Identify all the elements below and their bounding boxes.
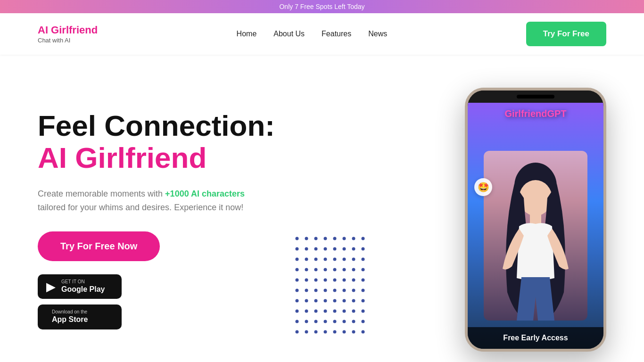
svg-point-38 (352, 279, 355, 282)
svg-point-39 (362, 279, 365, 282)
svg-point-31 (362, 268, 365, 272)
svg-point-74 (314, 330, 318, 334)
phone-bottom-bar: Free Early Access (468, 327, 603, 349)
hero-heading-2: AI Girlfriend (38, 142, 275, 174)
phone-girl-image (484, 151, 587, 321)
phone-title-part2: GPT (547, 108, 566, 119)
svg-point-67 (324, 320, 327, 323)
svg-point-11 (324, 247, 327, 251)
svg-point-44 (333, 289, 337, 292)
store-badges: ▶ GET IT ON Google Play Download on the … (38, 274, 275, 330)
logo-title: AI Girlfriend (38, 24, 98, 36)
svg-point-2 (314, 237, 318, 240)
svg-point-17 (305, 258, 308, 261)
svg-point-29 (343, 268, 346, 272)
svg-point-66 (314, 320, 318, 323)
phone-title-part1: Girlfriend (504, 108, 547, 119)
svg-point-62 (352, 310, 355, 313)
svg-point-53 (343, 299, 346, 303)
hero-desc-suffix: tailored for your whims and desires. Exp… (38, 203, 243, 212)
svg-point-4 (333, 237, 337, 240)
svg-point-56 (296, 310, 299, 313)
google-play-text: GET IT ON Google Play (61, 279, 105, 295)
try-for-free-now-button[interactable]: Try For Free Now (38, 231, 160, 261)
emoji: 🤩 (478, 181, 489, 193)
svg-point-69 (343, 320, 346, 323)
svg-point-72 (296, 330, 299, 334)
svg-point-16 (296, 258, 299, 261)
emoji-bubble: 🤩 (474, 178, 492, 196)
svg-point-46 (352, 289, 355, 292)
svg-point-24 (296, 268, 299, 272)
svg-point-42 (314, 289, 318, 292)
svg-point-64 (296, 320, 299, 323)
svg-point-37 (343, 279, 346, 282)
svg-point-61 (343, 310, 346, 313)
svg-point-21 (343, 258, 346, 261)
svg-point-9 (305, 247, 308, 251)
hero-left: Feel Connection: AI Girlfriend Create me… (38, 110, 275, 330)
svg-point-32 (296, 279, 299, 282)
nav-links: Home About Us Features News (237, 30, 388, 38)
svg-point-6 (352, 237, 355, 240)
svg-point-27 (324, 268, 327, 272)
dot-grid-decoration (292, 234, 368, 337)
svg-point-30 (352, 268, 355, 272)
hero-section: Feel Connection: AI Girlfriend Create me… (0, 55, 644, 362)
svg-point-59 (324, 310, 327, 313)
nav-news[interactable]: News (368, 30, 387, 38)
phone-notch-bar (517, 95, 554, 99)
svg-point-10 (314, 247, 318, 251)
svg-point-8 (296, 247, 299, 251)
nav-about-us[interactable]: About Us (273, 30, 305, 38)
app-store-large: App Store (52, 315, 88, 325)
google-play-badge[interactable]: ▶ GET IT ON Google Play (38, 274, 122, 299)
svg-point-45 (343, 289, 346, 292)
svg-point-40 (296, 289, 299, 292)
svg-point-25 (305, 268, 308, 272)
phone-mockup: GirlfriendGPT (465, 88, 606, 352)
svg-point-1 (305, 237, 308, 240)
svg-point-60 (333, 310, 337, 313)
app-store-badge[interactable]: Download on the App Store (38, 304, 122, 329)
svg-point-33 (305, 279, 308, 282)
svg-point-22 (352, 258, 355, 261)
svg-point-13 (343, 247, 346, 251)
svg-point-63 (362, 310, 365, 313)
svg-point-70 (352, 320, 355, 323)
nav-home[interactable]: Home (237, 30, 257, 38)
svg-point-35 (324, 279, 327, 282)
svg-point-12 (333, 247, 337, 251)
phone-app-title: GirlfriendGPT (504, 108, 566, 119)
svg-point-49 (305, 299, 308, 303)
hero-right: GirlfriendGPT (465, 88, 606, 352)
svg-point-20 (333, 258, 337, 261)
app-store-small: Download on the (52, 309, 88, 315)
svg-point-55 (362, 299, 365, 303)
try-for-free-button[interactable]: Try For Free (526, 22, 606, 46)
svg-point-14 (352, 247, 355, 251)
svg-point-48 (296, 299, 299, 303)
svg-point-15 (362, 247, 365, 251)
svg-point-58 (314, 310, 318, 313)
girl-silhouette-svg (493, 160, 578, 321)
svg-point-26 (314, 268, 318, 272)
svg-point-77 (343, 330, 346, 334)
svg-point-36 (333, 279, 337, 282)
hero-heading-1: Feel Connection: (38, 110, 275, 142)
svg-point-68 (333, 320, 337, 323)
nav-features[interactable]: Features (322, 30, 351, 38)
svg-point-43 (324, 289, 327, 292)
svg-point-76 (333, 330, 337, 334)
svg-point-7 (362, 237, 365, 240)
hero-desc-highlight: +1000 AI characters (165, 189, 245, 198)
svg-point-3 (324, 237, 327, 240)
hero-desc-prefix: Create memorable moments with (38, 189, 165, 198)
svg-point-47 (362, 289, 365, 292)
svg-point-41 (305, 289, 308, 292)
svg-point-75 (324, 330, 327, 334)
svg-point-78 (352, 330, 355, 334)
svg-point-19 (324, 258, 327, 261)
svg-point-34 (314, 279, 318, 282)
logo[interactable]: AI Girlfriend Chat with AI (38, 24, 98, 43)
